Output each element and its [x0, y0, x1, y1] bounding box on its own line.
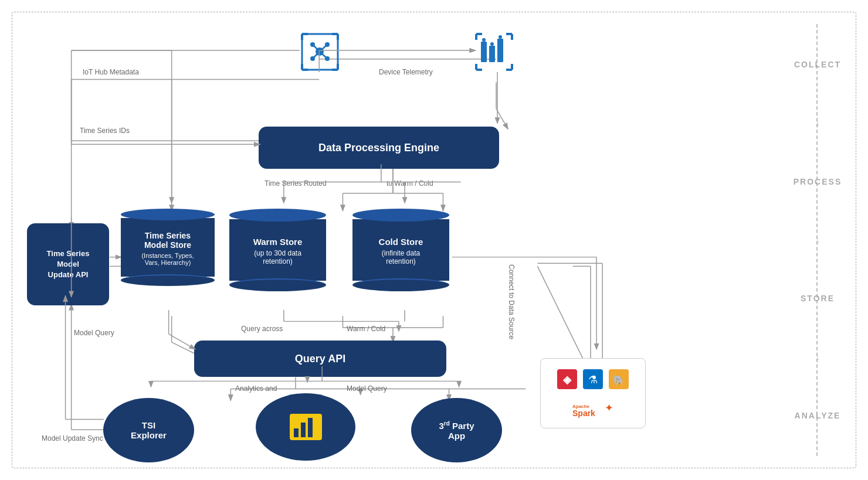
diagram-container: COLLECT ↓ PROCESS ↓ STORE ↓ ANALYZE	[12, 12, 856, 468]
beaker-icon: ⚗	[582, 368, 604, 390]
svg-rect-63	[489, 46, 495, 62]
svg-rect-64	[497, 39, 503, 62]
svg-rect-70	[301, 423, 306, 437]
redis-icon: ◈	[556, 368, 578, 390]
svg-point-67	[499, 35, 502, 39]
svg-text:Spark: Spark	[572, 408, 595, 418]
third-party-app-node: 3rd PartyApp	[411, 398, 502, 462]
event-hub-icon	[472, 30, 516, 74]
svg-text:🐘: 🐘	[613, 375, 625, 386]
phase-store: STORE	[801, 294, 835, 303]
iot-hub-metadata-label: IoT Hub Metadata	[83, 68, 139, 76]
svg-rect-69	[294, 428, 299, 437]
query-across-label: Query across	[241, 325, 283, 333]
svg-line-8	[496, 108, 508, 129]
query-api-node: Query API	[194, 341, 446, 377]
main-diagram: Data Processing Engine Time SeriesModelU…	[12, 12, 779, 468]
svg-text:✦: ✦	[605, 402, 613, 414]
data-processing-engine-node: Data Processing Engine	[259, 127, 499, 169]
phase-labels: COLLECT ↓ PROCESS ↓ STORE ↓ ANALYZE	[779, 12, 856, 468]
time-series-ids-label: Time Series IDs	[80, 127, 130, 135]
iot-hub-icon	[298, 30, 342, 74]
svg-point-66	[490, 42, 494, 46]
svg-line-102	[169, 334, 195, 349]
cold-store-node: Cold Store (infinite dataretention)	[352, 209, 449, 291]
third-party-analytics-box: ◈ ⚗ 🐘 Apache Spark ✦	[540, 358, 646, 428]
model-update-sync-label: Model Update Sync	[42, 434, 103, 442]
svg-rect-62	[481, 42, 487, 62]
phase-analyze: ANALYZE	[795, 411, 841, 420]
to-warm-cold-label: to Warm / Cold	[386, 179, 433, 188]
model-query-label: Model Query	[74, 329, 114, 337]
phase-process: PROCESS	[794, 177, 842, 186]
device-telemetry-label: Device Telemetry	[379, 68, 433, 76]
time-series-model-store-node: Time SeriesModel Store (Instances, Types…	[121, 209, 215, 286]
warm-cold-label: Warm / Cold	[347, 325, 385, 333]
analytics-model-query-label2: Model Query	[347, 384, 387, 393]
svg-point-65	[482, 38, 486, 42]
connect-data-source-label: Connect to Data Source	[507, 264, 516, 339]
analytics-model-query-label: Analytics and	[235, 384, 277, 393]
svg-text:◈: ◈	[562, 374, 572, 386]
phase-collect: COLLECT	[794, 60, 841, 69]
tsi-explorer-node: TSIExplorer	[103, 398, 194, 462]
svg-point-47	[310, 42, 315, 47]
svg-text:⚗: ⚗	[588, 374, 598, 386]
warm-store-node: Warm Store (up to 30d dataretention)	[229, 209, 326, 291]
time-series-routed-label: Time Series Routed	[265, 179, 327, 188]
power-bi-node	[256, 393, 355, 461]
svg-point-51	[310, 56, 315, 61]
svg-point-53	[325, 56, 330, 61]
spark-icon: Apache Spark ✦	[569, 401, 616, 418]
hadoop-icon: 🐘	[608, 368, 630, 390]
power-bi-icon	[287, 411, 325, 443]
svg-rect-71	[308, 418, 313, 437]
svg-point-49	[325, 42, 330, 47]
time-series-model-update-api-node: Time SeriesModelUpdate API	[27, 223, 109, 305]
